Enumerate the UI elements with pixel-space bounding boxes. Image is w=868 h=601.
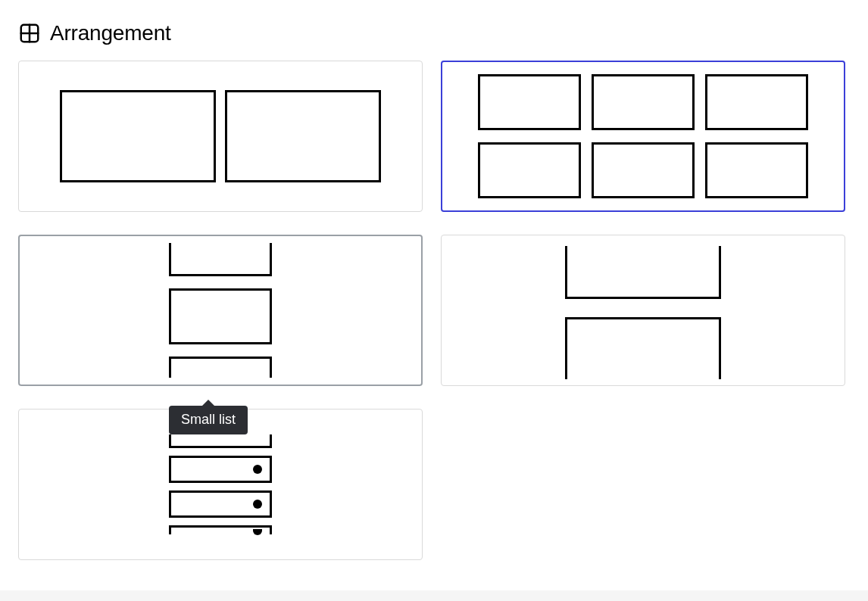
preview-rect	[478, 74, 581, 130]
bottom-bar	[0, 590, 868, 601]
preview-rect	[225, 90, 381, 182]
arrangement-option-large-grid[interactable]	[18, 61, 423, 212]
preview-rect	[169, 490, 272, 518]
preview-rect	[565, 317, 721, 379]
preview-rect	[565, 246, 721, 299]
arrangement-options-grid	[18, 61, 826, 560]
preview-rect	[705, 142, 808, 198]
preview-rect	[169, 525, 272, 534]
section-header: Arrangement	[18, 21, 826, 45]
preview-rect	[169, 357, 272, 378]
preview-rect	[169, 456, 272, 483]
option-preview	[565, 241, 721, 379]
dot-icon	[253, 465, 262, 474]
option-preview	[60, 90, 381, 182]
dot-icon	[253, 500, 262, 509]
preview-rect	[705, 74, 808, 130]
arrangement-option-large-list[interactable]	[441, 235, 845, 386]
arrangement-option-small-grid[interactable]	[441, 61, 845, 212]
arrangement-option-small-list[interactable]	[18, 235, 423, 386]
option-preview	[478, 70, 808, 203]
section-title: Arrangement	[50, 21, 171, 45]
option-preview	[169, 243, 272, 378]
arrangement-section: Arrangement	[0, 0, 845, 560]
grid-icon	[18, 22, 41, 45]
preview-rect	[592, 142, 695, 198]
preview-rect	[592, 74, 695, 130]
preview-rect	[169, 243, 272, 276]
preview-rect	[478, 142, 581, 198]
preview-rect	[169, 434, 272, 448]
option-preview	[169, 434, 272, 534]
preview-rect	[169, 288, 272, 344]
tooltip-small-list: Small list	[169, 406, 248, 434]
preview-rect	[60, 90, 216, 182]
dot-icon	[253, 529, 262, 535]
